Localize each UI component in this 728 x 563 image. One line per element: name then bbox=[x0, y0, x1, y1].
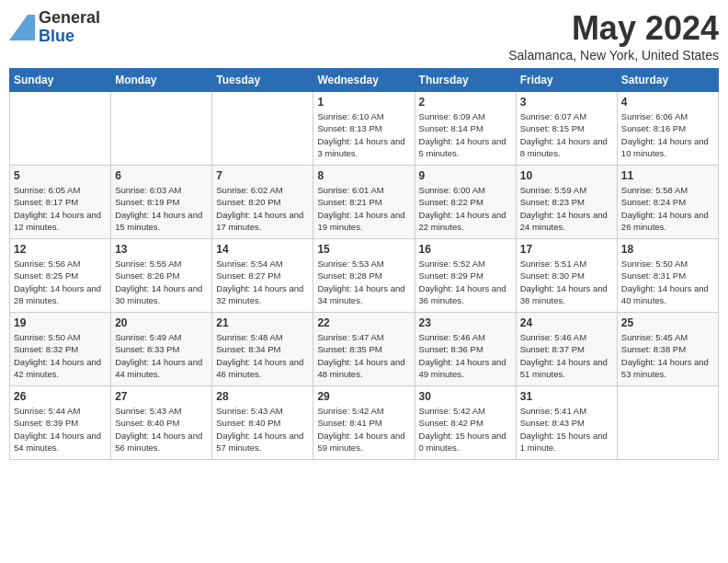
header-day-tuesday: Tuesday bbox=[212, 69, 313, 92]
week-row-1: 1Sunrise: 6:10 AMSunset: 8:13 PMDaylight… bbox=[10, 92, 719, 166]
day-info: Sunrise: 5:50 AMSunset: 8:32 PMDaylight:… bbox=[14, 331, 107, 380]
day-info: Sunrise: 6:03 AMSunset: 8:19 PMDaylight:… bbox=[115, 184, 208, 233]
header-day-wednesday: Wednesday bbox=[313, 69, 415, 92]
day-info: Sunrise: 6:02 AMSunset: 8:20 PMDaylight:… bbox=[216, 184, 309, 233]
calendar-cell: 19Sunrise: 5:50 AMSunset: 8:32 PMDayligh… bbox=[10, 313, 111, 386]
day-info: Sunrise: 6:06 AMSunset: 8:16 PMDaylight:… bbox=[621, 110, 714, 159]
day-info: Sunrise: 5:41 AMSunset: 8:43 PMDaylight:… bbox=[520, 405, 613, 454]
day-number: 30 bbox=[419, 390, 512, 403]
page-header: General Blue May 2024 Salamanca, New Yor… bbox=[9, 9, 719, 63]
day-number: 1 bbox=[317, 96, 410, 109]
calendar-cell: 31Sunrise: 5:41 AMSunset: 8:43 PMDayligh… bbox=[516, 386, 617, 460]
day-number: 31 bbox=[520, 390, 613, 403]
logo-general-text: General bbox=[39, 8, 100, 27]
day-info: Sunrise: 5:43 AMSunset: 8:40 PMDaylight:… bbox=[216, 405, 309, 454]
day-info: Sunrise: 5:59 AMSunset: 8:23 PMDaylight:… bbox=[520, 184, 613, 233]
day-number: 12 bbox=[14, 243, 107, 256]
calendar-cell: 25Sunrise: 5:45 AMSunset: 8:38 PMDayligh… bbox=[617, 313, 718, 386]
day-number: 7 bbox=[216, 169, 309, 182]
week-row-3: 12Sunrise: 5:56 AMSunset: 8:25 PMDayligh… bbox=[10, 239, 719, 313]
calendar-cell: 4Sunrise: 6:06 AMSunset: 8:16 PMDaylight… bbox=[617, 92, 718, 166]
day-info: Sunrise: 5:46 AMSunset: 8:37 PMDaylight:… bbox=[520, 331, 613, 380]
calendar-cell: 24Sunrise: 5:46 AMSunset: 8:37 PMDayligh… bbox=[516, 313, 617, 386]
day-number: 23 bbox=[419, 316, 512, 329]
day-number: 19 bbox=[14, 316, 107, 329]
calendar-cell: 8Sunrise: 6:01 AMSunset: 8:21 PMDaylight… bbox=[313, 166, 415, 239]
month-title: May 2024 bbox=[508, 9, 719, 48]
day-info: Sunrise: 5:50 AMSunset: 8:31 PMDaylight:… bbox=[621, 258, 714, 306]
day-number: 25 bbox=[621, 316, 714, 329]
calendar-table: SundayMondayTuesdayWednesdayThursdayFrid… bbox=[9, 68, 719, 460]
day-info: Sunrise: 5:44 AMSunset: 8:39 PMDaylight:… bbox=[14, 405, 107, 454]
calendar-cell: 9Sunrise: 6:00 AMSunset: 8:22 PMDaylight… bbox=[415, 166, 516, 239]
day-number: 4 bbox=[621, 96, 714, 109]
day-info: Sunrise: 6:09 AMSunset: 8:14 PMDaylight:… bbox=[419, 110, 512, 159]
calendar-cell: 26Sunrise: 5:44 AMSunset: 8:39 PMDayligh… bbox=[10, 386, 111, 460]
day-info: Sunrise: 5:55 AMSunset: 8:26 PMDaylight:… bbox=[115, 258, 208, 306]
day-info: Sunrise: 5:48 AMSunset: 8:34 PMDaylight:… bbox=[216, 331, 309, 380]
calendar-cell: 5Sunrise: 6:05 AMSunset: 8:17 PMDaylight… bbox=[10, 166, 111, 239]
calendar-cell: 23Sunrise: 5:46 AMSunset: 8:36 PMDayligh… bbox=[415, 313, 516, 386]
day-number: 8 bbox=[317, 169, 410, 182]
day-info: Sunrise: 6:01 AMSunset: 8:21 PMDaylight:… bbox=[317, 184, 410, 233]
header-day-monday: Monday bbox=[111, 69, 212, 92]
calendar-cell: 17Sunrise: 5:51 AMSunset: 8:30 PMDayligh… bbox=[516, 239, 617, 313]
logo: General Blue bbox=[9, 9, 100, 46]
calendar-cell: 22Sunrise: 5:47 AMSunset: 8:35 PMDayligh… bbox=[313, 313, 415, 386]
day-number: 9 bbox=[419, 169, 512, 182]
location: Salamanca, New York, United States bbox=[508, 48, 719, 63]
calendar-cell bbox=[212, 92, 313, 166]
day-number: 5 bbox=[14, 169, 107, 182]
calendar-cell: 10Sunrise: 5:59 AMSunset: 8:23 PMDayligh… bbox=[516, 166, 617, 239]
header-row: SundayMondayTuesdayWednesdayThursdayFrid… bbox=[10, 69, 719, 92]
calendar-cell bbox=[111, 92, 212, 166]
calendar-cell bbox=[617, 386, 718, 460]
day-number: 29 bbox=[317, 390, 410, 403]
calendar-cell: 27Sunrise: 5:43 AMSunset: 8:40 PMDayligh… bbox=[111, 386, 212, 460]
header-day-saturday: Saturday bbox=[617, 69, 718, 92]
week-row-5: 26Sunrise: 5:44 AMSunset: 8:39 PMDayligh… bbox=[10, 386, 719, 460]
day-number: 26 bbox=[14, 390, 107, 403]
day-number: 21 bbox=[216, 316, 309, 329]
day-number: 27 bbox=[115, 390, 208, 403]
day-info: Sunrise: 5:58 AMSunset: 8:24 PMDaylight:… bbox=[621, 184, 714, 233]
day-number: 22 bbox=[317, 316, 410, 329]
day-info: Sunrise: 5:51 AMSunset: 8:30 PMDaylight:… bbox=[520, 258, 613, 306]
logo-blue-text: Blue bbox=[39, 27, 74, 45]
day-info: Sunrise: 5:42 AMSunset: 8:41 PMDaylight:… bbox=[317, 405, 410, 454]
calendar-cell: 28Sunrise: 5:43 AMSunset: 8:40 PMDayligh… bbox=[212, 386, 313, 460]
calendar-cell: 16Sunrise: 5:52 AMSunset: 8:29 PMDayligh… bbox=[415, 239, 516, 313]
day-info: Sunrise: 6:07 AMSunset: 8:15 PMDaylight:… bbox=[520, 110, 613, 159]
day-info: Sunrise: 5:47 AMSunset: 8:35 PMDaylight:… bbox=[317, 331, 410, 380]
calendar-cell: 20Sunrise: 5:49 AMSunset: 8:33 PMDayligh… bbox=[111, 313, 212, 386]
calendar-cell bbox=[10, 92, 111, 166]
day-number: 2 bbox=[419, 96, 512, 109]
day-info: Sunrise: 5:46 AMSunset: 8:36 PMDaylight:… bbox=[419, 331, 512, 380]
day-info: Sunrise: 5:49 AMSunset: 8:33 PMDaylight:… bbox=[115, 331, 208, 380]
calendar-cell: 14Sunrise: 5:54 AMSunset: 8:27 PMDayligh… bbox=[212, 239, 313, 313]
day-info: Sunrise: 6:05 AMSunset: 8:17 PMDaylight:… bbox=[14, 184, 107, 233]
title-block: May 2024 Salamanca, New York, United Sta… bbox=[508, 9, 719, 63]
header-day-sunday: Sunday bbox=[10, 69, 111, 92]
calendar-cell: 6Sunrise: 6:03 AMSunset: 8:19 PMDaylight… bbox=[111, 166, 212, 239]
day-number: 13 bbox=[115, 243, 208, 256]
day-number: 3 bbox=[520, 96, 613, 109]
day-number: 14 bbox=[216, 243, 309, 256]
week-row-4: 19Sunrise: 5:50 AMSunset: 8:32 PMDayligh… bbox=[10, 313, 719, 386]
day-number: 11 bbox=[621, 169, 714, 182]
day-number: 24 bbox=[520, 316, 613, 329]
calendar-cell: 2Sunrise: 6:09 AMSunset: 8:14 PMDaylight… bbox=[415, 92, 516, 166]
day-number: 28 bbox=[216, 390, 309, 403]
calendar-cell: 15Sunrise: 5:53 AMSunset: 8:28 PMDayligh… bbox=[313, 239, 415, 313]
day-number: 20 bbox=[115, 316, 208, 329]
svg-marker-1 bbox=[9, 15, 35, 40]
day-info: Sunrise: 5:53 AMSunset: 8:28 PMDaylight:… bbox=[317, 258, 410, 306]
calendar-cell: 21Sunrise: 5:48 AMSunset: 8:34 PMDayligh… bbox=[212, 313, 313, 386]
day-number: 15 bbox=[317, 243, 410, 256]
day-info: Sunrise: 6:00 AMSunset: 8:22 PMDaylight:… bbox=[419, 184, 512, 233]
calendar-cell: 13Sunrise: 5:55 AMSunset: 8:26 PMDayligh… bbox=[111, 239, 212, 313]
day-info: Sunrise: 5:52 AMSunset: 8:29 PMDaylight:… bbox=[419, 258, 512, 306]
calendar-cell: 3Sunrise: 6:07 AMSunset: 8:15 PMDaylight… bbox=[516, 92, 617, 166]
day-number: 18 bbox=[621, 243, 714, 256]
header-day-thursday: Thursday bbox=[415, 69, 516, 92]
